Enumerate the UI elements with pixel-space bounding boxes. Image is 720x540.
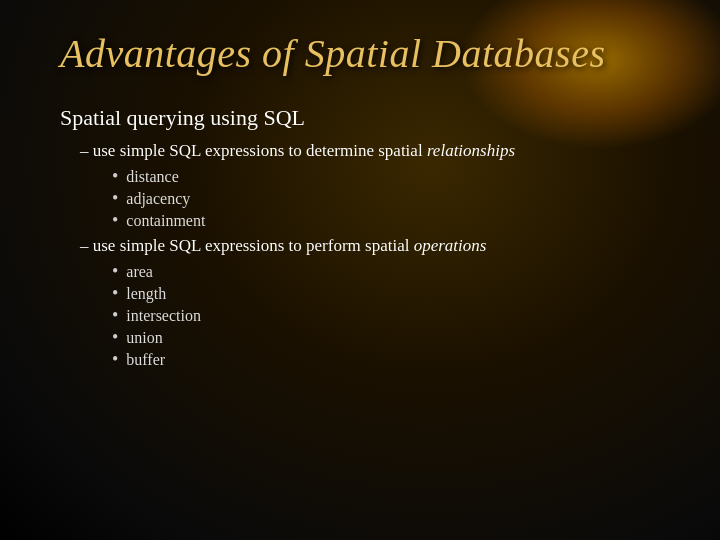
list-item: • length <box>112 284 660 303</box>
bullet-dot: • <box>112 262 118 280</box>
bullet-text: adjacency <box>126 190 190 208</box>
list-item: • buffer <box>112 350 660 369</box>
bullet-text: containment <box>126 212 205 230</box>
bullet-dot: • <box>112 211 118 229</box>
bullet-dot: • <box>112 350 118 368</box>
list-item: • intersection <box>112 306 660 325</box>
bullet-dot: • <box>112 284 118 302</box>
bullet-text: union <box>126 329 162 347</box>
list-item: • distance <box>112 167 660 186</box>
dash-prefix-2: – use simple SQL expressions to perform … <box>80 236 414 255</box>
bullet-dot: • <box>112 328 118 346</box>
bullet-text: buffer <box>126 351 165 369</box>
bullet-list-1: • distance • adjacency • containment <box>112 167 660 230</box>
slide: Advantages of Spatial Databases Spatial … <box>0 0 720 540</box>
bullet-dot: • <box>112 189 118 207</box>
dash-italic-1: relationships <box>427 141 515 160</box>
section-heading: Spatial querying using SQL <box>60 105 660 131</box>
list-item: • containment <box>112 211 660 230</box>
dash-italic-2: operations <box>414 236 487 255</box>
slide-title: Advantages of Spatial Databases <box>60 30 660 77</box>
dash-prefix-1: – use simple SQL expressions to determin… <box>80 141 427 160</box>
list-item: • union <box>112 328 660 347</box>
bullet-list-2: • area • length • intersection • union •… <box>112 262 660 369</box>
bullet-text: area <box>126 263 153 281</box>
list-item: • area <box>112 262 660 281</box>
bullet-text: distance <box>126 168 178 186</box>
dash-item-2: – use simple SQL expressions to perform … <box>80 236 660 256</box>
bullet-dot: • <box>112 306 118 324</box>
slide-content: Advantages of Spatial Databases Spatial … <box>0 0 720 405</box>
bullet-text: intersection <box>126 307 201 325</box>
list-item: • adjacency <box>112 189 660 208</box>
bullet-text: length <box>126 285 166 303</box>
dash-item-1: – use simple SQL expressions to determin… <box>80 141 660 161</box>
bullet-dot: • <box>112 167 118 185</box>
